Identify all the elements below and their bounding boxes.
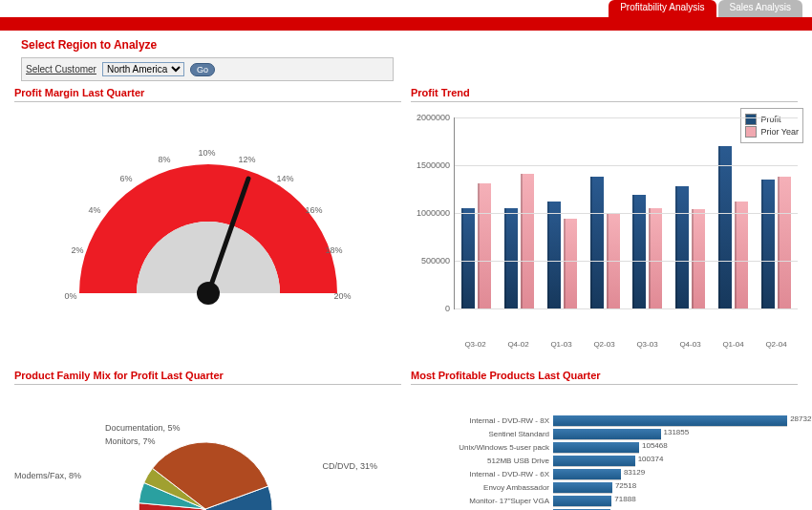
trend-bar [632, 195, 646, 308]
trend-bar [461, 208, 475, 308]
pie-chart: CD/DVD, 31% Modems/Fax, 8% Documentation… [14, 423, 396, 510]
trend-bar [675, 186, 689, 308]
panel-mix: Product Family Mix for Profit Last Quart… [14, 364, 401, 510]
product-row: Envoy Ambassador72518 [411, 480, 798, 494]
trend-bar [478, 183, 491, 308]
product-row: Internal - DVD-RW - 8X287327 [411, 414, 798, 427]
panel-products: Most Profitable Products Last Quarter In… [411, 364, 798, 510]
product-row: Internal - DVD-RW - 6X83129 [411, 467, 798, 480]
filter-title: Select Region to Analyze [0, 31, 812, 55]
trend-bar [718, 146, 732, 308]
pie-label: CD/DVD, 31% [322, 461, 377, 471]
product-row: Unix/Windows 5-user pack105468 [411, 440, 798, 454]
panel-gauge-title: Profit Margin Last Quarter [14, 87, 401, 102]
panel-trend-title: Profit Trend [411, 87, 798, 102]
tab-bar: Profitability Analysis Sales Analysis [0, 0, 812, 17]
pie-label: Documentation, 5% [105, 423, 181, 433]
gauge-tick: 16% [306, 205, 323, 215]
panel-gauge: Profit Margin Last Quarter 0% 2% 4% 6% 8… [14, 81, 401, 354]
trend-bar [761, 180, 775, 308]
region-select[interactable]: North America [102, 62, 184, 76]
trend-bar [692, 209, 705, 308]
panel-mix-title: Product Family Mix for Profit Last Quart… [14, 370, 401, 385]
tab-sales[interactable]: Sales Analysis [718, 0, 802, 17]
pie-label: Monitors, 7% [105, 436, 156, 446]
trend-bar [735, 202, 748, 308]
trend-chart: Profit Prior Year 0500000100000015000002… [411, 108, 798, 337]
trend-bar [778, 177, 791, 308]
go-button[interactable]: Go [190, 63, 215, 76]
pie-label: Modems/Fax, 8% [14, 471, 81, 480]
trend-bar [547, 202, 561, 308]
panel-trend: Profit Trend Profit Prior Year 050000010… [411, 81, 798, 354]
gauge-tick: 12% [239, 155, 256, 164]
gauge-tick: 4% [89, 205, 101, 215]
panel-products-title: Most Profitable Products Last Quarter [411, 370, 798, 385]
gauge-tick: 0% [65, 291, 77, 301]
trend-bar [504, 208, 518, 308]
svg-point-1 [197, 282, 220, 305]
header-redbar [0, 17, 812, 31]
trend-bar [590, 177, 604, 308]
gauge-tick: 18% [326, 245, 343, 255]
product-row: Sentinel Standard131855 [411, 427, 798, 440]
products-chart: Internal - DVD-RW - 8X287327Sentinel Sta… [411, 414, 798, 510]
filter-panel: Select Customer North America Go [21, 57, 394, 81]
gauge-tick: 14% [277, 174, 294, 183]
filter-label: Select Customer [26, 64, 96, 74]
gauge-tick: 8% [159, 155, 171, 164]
gauge-tick: 6% [120, 174, 133, 183]
trend-bar [649, 208, 662, 308]
trend-bar [521, 174, 534, 308]
gauge-tick: 10% [199, 148, 216, 158]
gauge-tick: 2% [72, 245, 84, 255]
product-row: Monitor- 17"Super VGA71888 [411, 494, 798, 507]
gauge-chart: 0% 2% 4% 6% 8% 10% 12% 14% 16% 18% 20% [55, 131, 361, 322]
trend-bar [564, 219, 577, 308]
tab-profitability[interactable]: Profitability Analysis [609, 0, 716, 17]
gauge-tick: 20% [334, 291, 352, 301]
product-row: 512MB USB Drive100374 [411, 454, 798, 467]
